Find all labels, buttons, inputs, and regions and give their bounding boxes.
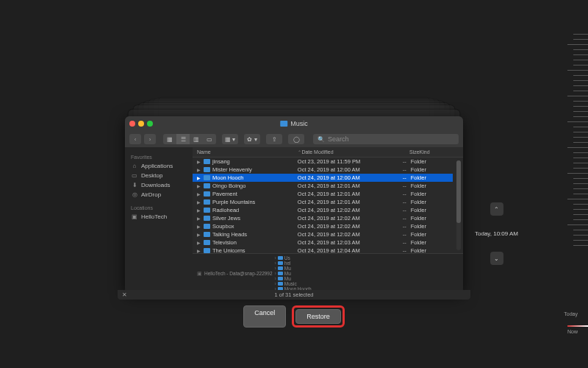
- list-view-icon[interactable]: ☰: [176, 134, 190, 144]
- file-row[interactable]: ▶The Unicorns Oct 24, 2019 at 12:04 AM -…: [193, 247, 453, 253]
- group-by-button[interactable]: ▦ ▾: [222, 134, 238, 144]
- sidebar-item-icon: ▣: [131, 213, 138, 220]
- disclosure-triangle-icon[interactable]: ▶: [197, 232, 201, 237]
- file-row[interactable]: ▶Oingo Boingo Oct 24, 2019 at 12:01 AM -…: [193, 182, 453, 190]
- toolbar: ‹ › ▦ ☰ ▥ ▭ ▦ ▾ ✿ ▾ ⇪ ◯ 🔍 Search: [125, 131, 463, 147]
- search-input[interactable]: 🔍 Search: [313, 134, 459, 144]
- sidebar-item-hellotech[interactable]: ▣HelloTech: [128, 212, 190, 222]
- folder-icon: [204, 208, 210, 213]
- file-row[interactable]: ▶Radiohead Oct 24, 2019 at 12:02 AM -- F…: [193, 206, 453, 214]
- file-size: --: [379, 215, 411, 222]
- folder-icon: [278, 277, 283, 280]
- disclosure-triangle-icon[interactable]: ▶: [197, 175, 201, 180]
- disclosure-triangle-icon[interactable]: ▶: [197, 216, 201, 221]
- sidebar-item-airdrop[interactable]: ◎AirDrop: [128, 190, 190, 199]
- timeline-nav: ⌃ Today, 10:09 AM ⌄: [475, 202, 518, 265]
- path-segment[interactable]: › Mu: [275, 271, 312, 276]
- back-button[interactable]: ‹: [129, 134, 141, 144]
- forward-button[interactable]: ›: [144, 134, 156, 144]
- sidebar-item-desktop[interactable]: ▭Desktop: [128, 171, 190, 180]
- disclosure-triangle-icon[interactable]: ▶: [197, 208, 201, 213]
- file-date: Oct 23, 2019 at 11:59 PM: [298, 158, 379, 165]
- scroll-thumb[interactable]: [456, 160, 461, 223]
- timeline-older-button[interactable]: ⌃: [490, 202, 503, 216]
- tags-button[interactable]: ◯: [288, 134, 304, 144]
- disclosure-triangle-icon[interactable]: ▶: [197, 159, 201, 164]
- path-segment[interactable]: › hel: [275, 261, 312, 266]
- sidebar-item-downloads[interactable]: ⬇Downloads: [128, 180, 190, 190]
- timeline-now-label: Now: [567, 329, 578, 334]
- action-menu-button[interactable]: ✿ ▾: [244, 134, 260, 144]
- file-date: Oct 24, 2019 at 12:00 AM: [298, 174, 379, 181]
- view-mode-segment[interactable]: ▦ ☰ ▥ ▭: [163, 134, 216, 144]
- zoom-icon[interactable]: [147, 121, 153, 127]
- folder-icon: [204, 199, 210, 205]
- window-title: Music: [280, 120, 308, 127]
- file-kind: Folder: [411, 231, 448, 238]
- disclosure-triangle-icon[interactable]: ▶: [197, 191, 201, 197]
- path-volume[interactable]: HelloTech - Data@snap-222992: [204, 271, 273, 276]
- path-segment[interactable]: › Music: [275, 281, 312, 286]
- file-date: Oct 24, 2019 at 12:02 AM: [298, 215, 379, 222]
- share-button[interactable]: ⇪: [266, 134, 282, 144]
- file-row[interactable]: ▶Moon Hooch Oct 24, 2019 at 12:00 AM -- …: [193, 174, 453, 182]
- file-kind: Folder: [411, 215, 448, 222]
- file-date: Oct 24, 2019 at 12:03 AM: [298, 239, 379, 246]
- search-icon: 🔍: [318, 136, 325, 143]
- file-size: --: [379, 191, 411, 197]
- file-name: Television: [212, 239, 237, 246]
- file-size: --: [379, 231, 411, 238]
- folder-icon: [204, 159, 210, 164]
- file-date: Oct 24, 2019 at 12:00 AM: [298, 166, 379, 173]
- folder-icon: [280, 121, 287, 127]
- disclosure-triangle-icon[interactable]: ▶: [197, 167, 201, 172]
- restore-button[interactable]: Restore: [295, 309, 341, 324]
- cancel-button[interactable]: Cancel: [243, 305, 286, 328]
- disclosure-triangle-icon[interactable]: ▶: [197, 199, 201, 205]
- search-placeholder: Search: [328, 135, 349, 143]
- file-row[interactable]: ▶jinsang Oct 23, 2019 at 11:59 PM -- Fol…: [193, 158, 453, 166]
- file-row[interactable]: ▶Mister Heavenly Oct 24, 2019 at 12:00 A…: [193, 166, 453, 174]
- file-size: --: [379, 239, 411, 246]
- file-name: Silver Jews: [212, 215, 240, 222]
- timeline-scale[interactable]: Today Now: [564, 29, 588, 339]
- exit-time-machine-button[interactable]: ✕: [122, 291, 127, 298]
- scrollbar[interactable]: [456, 160, 461, 250]
- disclosure-triangle-icon[interactable]: ▶: [197, 224, 201, 229]
- path-segment[interactable]: › Mu: [275, 276, 312, 281]
- sidebar-item-label: Desktop: [141, 172, 162, 179]
- disclosure-triangle-icon[interactable]: ▶: [197, 248, 201, 253]
- disclosure-triangle-icon[interactable]: ▶: [197, 240, 201, 245]
- file-row[interactable]: ▶Silver Jews Oct 24, 2019 at 12:02 AM --…: [193, 214, 453, 222]
- folder-icon: [204, 224, 210, 229]
- file-size: --: [379, 207, 411, 213]
- disclosure-triangle-icon[interactable]: ▶: [197, 183, 201, 188]
- file-row[interactable]: ▶Pavement Oct 24, 2019 at 12:01 AM -- Fo…: [193, 190, 453, 198]
- timeline-current-label: Today, 10:09 AM: [475, 230, 518, 237]
- file-row[interactable]: ▶Talking Heads Oct 24, 2019 at 12:02 AM …: [193, 230, 453, 238]
- path-segment[interactable]: › Mu: [275, 266, 312, 271]
- file-kind: Folder: [411, 166, 448, 173]
- col-name[interactable]: Name⌃: [197, 149, 301, 155]
- file-row[interactable]: ▶Purple Mountains Oct 24, 2019 at 12:01 …: [193, 198, 453, 206]
- gallery-view-icon[interactable]: ▭: [203, 134, 216, 144]
- close-icon[interactable]: [129, 121, 135, 127]
- titlebar: Music: [125, 116, 463, 131]
- minimize-icon[interactable]: [138, 121, 144, 127]
- column-view-icon[interactable]: ▥: [190, 134, 203, 144]
- file-row[interactable]: ▶Television Oct 24, 2019 at 12:03 AM -- …: [193, 238, 453, 247]
- icon-view-icon[interactable]: ▦: [163, 134, 176, 144]
- col-date[interactable]: Date Modified: [301, 149, 387, 155]
- file-list-pane: Name⌃ Date Modified Size Kind ▶jinsang O…: [193, 147, 463, 293]
- file-row[interactable]: ▶Soupbox Oct 24, 2019 at 12:02 AM -- Fol…: [193, 222, 453, 230]
- col-size[interactable]: Size: [387, 149, 420, 155]
- sidebar-item-label: AirDrop: [141, 191, 161, 198]
- file-name: Pavement: [212, 191, 237, 197]
- sidebar-item-applications[interactable]: ⌂Applications: [128, 161, 190, 171]
- hud-status-bar: ✕ 1 of 31 selected: [118, 290, 470, 300]
- timeline-newer-button[interactable]: ⌄: [490, 252, 503, 265]
- file-date: Oct 24, 2019 at 12:02 AM: [298, 231, 379, 238]
- path-segment[interactable]: › Us: [275, 255, 312, 261]
- folder-icon: [204, 248, 210, 253]
- col-kind[interactable]: Kind: [420, 149, 459, 155]
